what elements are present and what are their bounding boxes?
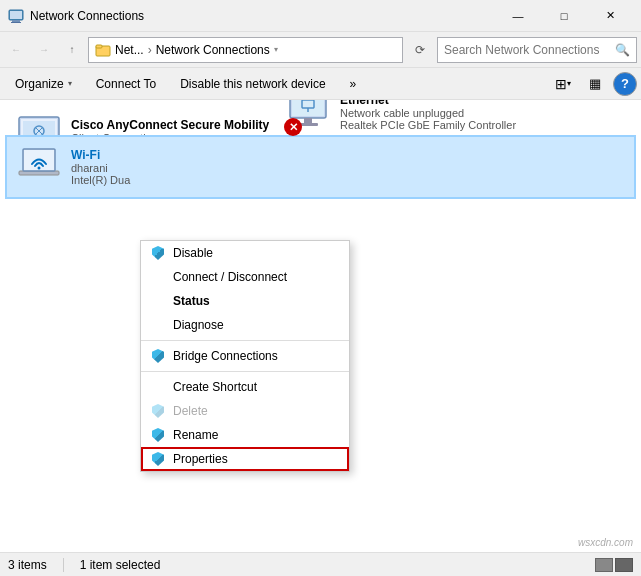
folder-icon (95, 42, 111, 58)
menu-item-connect-disconnect[interactable]: Connect / Disconnect (141, 265, 349, 289)
menu-item-status[interactable]: Status (141, 289, 349, 313)
close-button[interactable]: ✕ (587, 0, 633, 32)
address-box[interactable]: Net... › Network Connections ▾ (88, 37, 403, 63)
back-button[interactable]: ← (4, 38, 28, 62)
menu-item-disable[interactable]: Disable (141, 241, 349, 265)
status-icons (595, 558, 633, 572)
organize-chevron: ▾ (68, 79, 72, 88)
bridge-shield (151, 349, 165, 363)
ethernet-error-badge: ✕ (284, 118, 302, 136)
wifi-icon (15, 143, 63, 191)
up-button[interactable]: ↑ (60, 38, 84, 62)
svg-rect-1 (12, 20, 20, 22)
delete-shield (151, 404, 165, 418)
menu-item-diagnose[interactable]: Diagnose (141, 313, 349, 337)
connect-to-button[interactable]: Connect To (85, 71, 168, 97)
network-item-wifi[interactable]: Wi-Fi dharani Intel(R) Dua (5, 135, 636, 199)
more-button[interactable]: » (339, 71, 368, 97)
wifi-info: Wi-Fi dharani Intel(R) Dua (71, 148, 130, 186)
menu-item-properties[interactable]: Properties (141, 447, 349, 471)
statusbar: 3 items 1 item selected (0, 552, 641, 576)
maximize-button[interactable]: □ (541, 0, 587, 32)
minimize-button[interactable]: — (495, 0, 541, 32)
window-controls: — □ ✕ (495, 0, 633, 32)
content-area: Cisco AnyConnect Secure Mobility Client … (0, 100, 641, 552)
window-title: Network Connections (30, 9, 495, 23)
toolbar: Organize ▾ Connect To Disable this netwo… (0, 68, 641, 100)
statusbar-separator (63, 558, 64, 572)
refresh-button[interactable]: ⟳ (407, 37, 433, 63)
network-items-list: Cisco AnyConnect Secure Mobility Client … (0, 100, 641, 204)
disable-network-button[interactable]: Disable this network device (169, 71, 336, 97)
svg-rect-16 (304, 118, 312, 123)
titlebar: Network Connections — □ ✕ (0, 0, 641, 32)
svg-rect-3 (10, 11, 22, 19)
status-icon-2 (615, 558, 633, 572)
forward-button[interactable]: → (32, 38, 56, 62)
breadcrumb: Net... › Network Connections ▾ (115, 43, 278, 57)
help-button[interactable]: ? (613, 72, 637, 96)
search-input[interactable] (444, 43, 611, 57)
toolbar-right: ⊞ ▾ ▦ ? (549, 72, 637, 96)
menu-sep-1 (141, 340, 349, 341)
menu-item-bridge[interactable]: Bridge Connections (141, 344, 349, 368)
wifi-name: Wi-Fi (71, 148, 130, 162)
addressbar: ← → ↑ Net... › Network Connections ▾ ⟳ 🔍 (0, 32, 641, 68)
pane-button[interactable]: ▦ (581, 72, 609, 96)
organize-button[interactable]: Organize ▾ (4, 71, 83, 97)
status-icon-1 (595, 558, 613, 572)
wifi-detail1: dharani (71, 162, 130, 174)
menu-item-create-shortcut[interactable]: Create Shortcut (141, 375, 349, 399)
view-chevron: ▾ (567, 79, 571, 88)
statusbar-right (595, 558, 633, 572)
svg-rect-2 (11, 22, 21, 23)
menu-item-delete: Delete (141, 399, 349, 423)
context-menu: Disable Connect / Disconnect Status Diag… (140, 240, 350, 472)
wifi-detail2: Intel(R) Dua (71, 174, 130, 186)
watermark: wsxcdn.com (578, 537, 633, 548)
ethernet-name: Ethernet (340, 100, 516, 107)
selection-count: 1 item selected (80, 558, 161, 572)
ethernet-icon: ✕ (284, 100, 332, 136)
search-box[interactable]: 🔍 (437, 37, 637, 63)
ethernet-info: Ethernet Network cable unplugged Realtek… (340, 100, 516, 131)
ethernet-detail2: Realtek PCIe GbE Family Controller (340, 119, 516, 131)
app-icon (8, 8, 24, 24)
menu-item-rename[interactable]: Rename (141, 423, 349, 447)
menu-sep-2 (141, 371, 349, 372)
ethernet-detail1: Network cable unplugged (340, 107, 516, 119)
view-icon: ⊞ (555, 76, 567, 92)
search-icon: 🔍 (615, 43, 630, 57)
disable-shield (151, 246, 165, 260)
cisco-name: Cisco AnyConnect Secure Mobility (71, 118, 269, 132)
item-count: 3 items (8, 558, 47, 572)
view-toggle-button[interactable]: ⊞ ▾ (549, 72, 577, 96)
pane-icon: ▦ (589, 76, 601, 91)
svg-rect-5 (96, 45, 102, 48)
rename-shield (151, 428, 165, 442)
properties-shield (151, 452, 165, 466)
svg-point-24 (38, 167, 41, 170)
